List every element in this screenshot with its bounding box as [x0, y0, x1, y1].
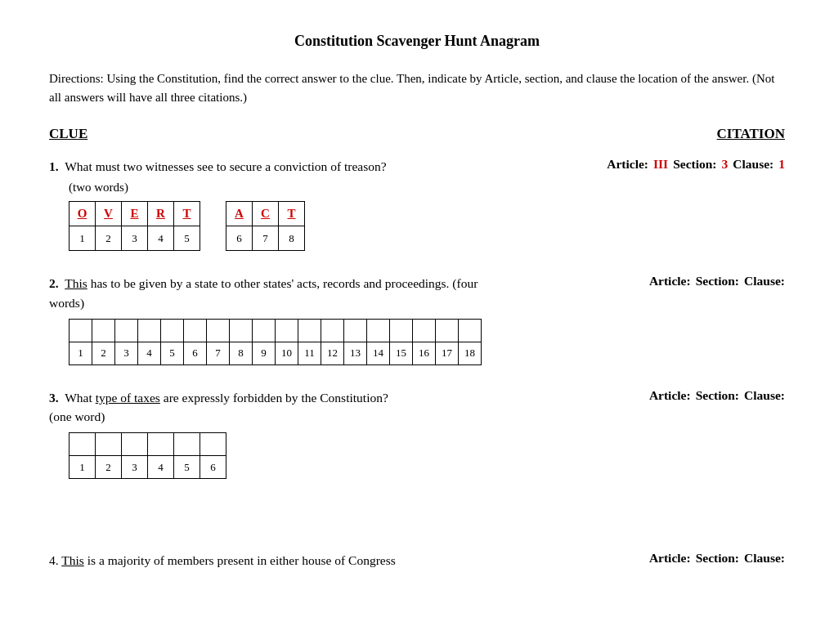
- question-1-citation: Article: III Section: 3 Clause: 1: [505, 157, 785, 172]
- question-3-row: 3. What type of taxes are expressly forb…: [49, 388, 785, 427]
- q3-anagram-grid: 123456: [69, 432, 785, 479]
- directions: Directions: Using the Constitution, find…: [49, 69, 785, 106]
- q2-number: 2.: [49, 276, 59, 290]
- header-row: CLUE CITATION: [49, 126, 785, 142]
- question-3-block: 3. What type of taxes are expressly forb…: [49, 388, 785, 480]
- q4-number: 4.: [49, 553, 61, 567]
- question-4-row: 4. This is a majority of members present…: [49, 551, 785, 570]
- question-4-block: 4. This is a majority of members present…: [49, 551, 785, 570]
- question-3-text: 3. What type of taxes are expressly forb…: [49, 388, 491, 427]
- q1-note: (two words): [69, 181, 785, 195]
- question-4-text: 4. This is a majority of members present…: [49, 551, 491, 570]
- page-title: Constitution Scavenger Hunt Anagram: [49, 33, 785, 50]
- q1-anagram-grid: O V E R T A C T 1 2 3 4 5 6 7 8: [69, 201, 785, 251]
- question-1-block: 1. What must two witnesses see to secure…: [49, 157, 785, 251]
- question-2-block: 2. This has to be given by a state to ot…: [49, 274, 785, 365]
- clue-header: CLUE: [49, 126, 87, 142]
- question-4-citation: Article: Section: Clause:: [505, 551, 785, 566]
- q3-number: 3.: [49, 391, 59, 405]
- q1-number: 1.: [49, 159, 59, 173]
- question-1-row: 1. What must two witnesses see to secure…: [49, 157, 785, 176]
- citation-header: CITATION: [717, 126, 785, 142]
- question-2-citation: Article: Section: Clause:: [505, 274, 785, 288]
- question-2-row: 2. This has to be given by a state to ot…: [49, 274, 785, 312]
- question-1-text: 1. What must two witnesses see to secure…: [49, 157, 491, 176]
- question-3-citation: Article: Section: Clause:: [505, 388, 785, 403]
- q2-anagram-grid: 123456789 101112131415161718: [69, 319, 785, 365]
- question-2-text: 2. This has to be given by a state to ot…: [49, 274, 491, 312]
